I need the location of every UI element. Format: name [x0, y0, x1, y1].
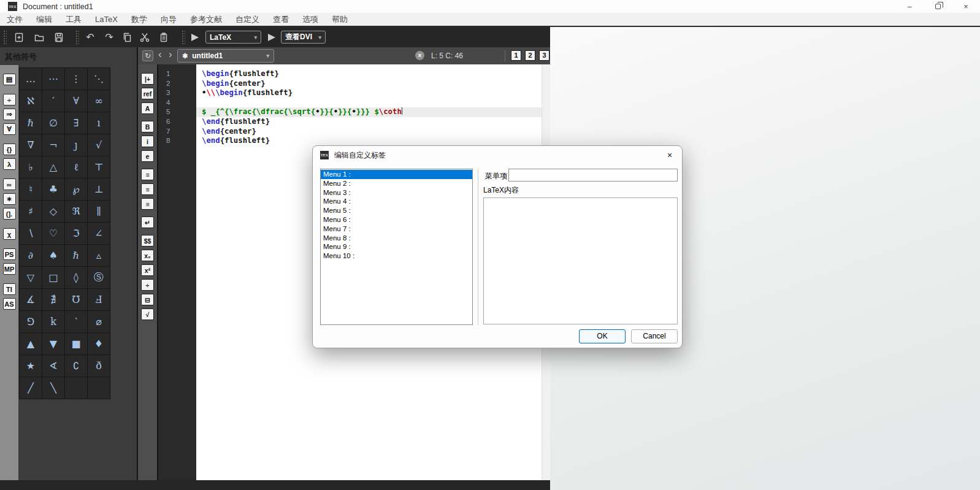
document-tab-select[interactable]: ✱ untitled1 ▾: [177, 49, 274, 63]
italic-icon[interactable]: i: [141, 136, 154, 147]
menu-slot-item[interactable]: Menu 3 :: [321, 188, 472, 197]
symbol-cell[interactable]: ∂: [20, 245, 42, 266]
symbol-cell[interactable]: ∡: [20, 289, 42, 310]
relation-symbols-icon[interactable]: ÷: [3, 94, 16, 105]
align-center-icon[interactable]: ≡: [141, 183, 154, 195]
symbol-cell[interactable]: ■: [65, 333, 87, 354]
metapost-icon[interactable]: MP: [3, 263, 16, 275]
symbol-cell[interactable]: ℵ: [20, 90, 42, 112]
open-file-button[interactable]: [31, 29, 47, 45]
symbol-cell[interactable]: ∁: [65, 355, 87, 377]
symbol-cell[interactable]: ⌀: [88, 311, 110, 332]
quick-view-button-1[interactable]: 1: [511, 50, 521, 61]
misc-math-icon[interactable]: ∀: [3, 123, 16, 135]
menu-item-7[interactable]: 参考文献: [183, 13, 229, 26]
symbol-cell[interactable]: ∢: [42, 355, 64, 377]
menu-slot-item[interactable]: Menu 2 :: [321, 179, 472, 188]
symbol-cell[interactable]: ▵: [88, 245, 110, 266]
symbol-cell[interactable]: ♠: [42, 245, 64, 266]
symbol-cell[interactable]: ¬: [42, 134, 64, 156]
toolbar-drag-handle[interactable]: [182, 30, 185, 45]
symbol-cell[interactable]: ℏ: [20, 112, 42, 134]
misc-symbols-icon[interactable]: ∞: [3, 178, 16, 190]
pstricks-icon[interactable]: PS: [3, 248, 16, 260]
symbol-cell[interactable]: ð: [88, 355, 110, 377]
tikz-icon[interactable]: TI: [3, 283, 16, 295]
menu-slot-item[interactable]: Menu 7 :: [321, 224, 472, 234]
symbol-cell[interactable]: ℓ: [65, 156, 87, 178]
symbol-cell[interactable]: ⅁: [20, 311, 42, 332]
symbol-cell[interactable]: ′: [42, 90, 64, 112]
menu-item-6[interactable]: 向导: [154, 13, 183, 26]
ref-icon[interactable]: ref: [141, 88, 154, 99]
menu-item-2[interactable]: 编辑: [29, 13, 59, 26]
menu-item-5[interactable]: 数学: [124, 13, 154, 26]
code-line[interactable]: 4: [158, 98, 550, 108]
asymptote-icon[interactable]: AS: [3, 298, 16, 310]
arrow-symbols-icon[interactable]: ⇒: [3, 109, 16, 120]
symbol-cell[interactable]: ı: [88, 112, 110, 134]
code-line[interactable]: 6\end{flushleft}: [158, 117, 550, 127]
symbol-cell[interactable]: ℏ: [65, 245, 87, 266]
symbol-cell[interactable]: ∀: [65, 90, 87, 112]
ok-button[interactable]: OK: [579, 329, 626, 343]
symbol-cell[interactable]: ℧: [65, 289, 87, 310]
restore-button[interactable]: [924, 0, 952, 13]
menu-item-8[interactable]: 自定义: [229, 13, 266, 26]
menu-slot-item[interactable]: Menu 5 :: [321, 206, 472, 215]
newline-icon[interactable]: ↵: [141, 216, 154, 228]
math-mode-icon[interactable]: $$: [141, 235, 154, 247]
symbol-cell[interactable]: ╲: [42, 377, 64, 399]
insert-label-icon[interactable]: |+: [141, 73, 154, 85]
superscript-icon[interactable]: x²: [141, 264, 154, 276]
symbol-cell[interactable]: ▼: [42, 333, 64, 354]
save-button[interactable]: [51, 29, 67, 45]
symbol-cell[interactable]: ★: [20, 355, 42, 377]
symbol-cell[interactable]: ▲: [20, 333, 42, 354]
structure-panel-icon[interactable]: ▤: [3, 74, 16, 85]
symbol-cell[interactable]: ℜ: [65, 201, 87, 222]
close-document-button[interactable]: ×: [415, 51, 424, 60]
bold-icon[interactable]: B: [141, 121, 154, 132]
menu-item-3[interactable]: 工具: [59, 13, 88, 26]
menu-slot-item[interactable]: Menu 9 :: [321, 242, 472, 251]
symbol-cell[interactable]: ℘: [65, 178, 87, 200]
delimiters-icon[interactable]: {}: [3, 144, 16, 155]
forward-button[interactable]: ›: [169, 48, 172, 61]
menu-slot-item[interactable]: Menu 10 :: [321, 251, 472, 261]
cut-button[interactable]: [137, 29, 153, 45]
menu-item-9[interactable]: 查看: [266, 13, 296, 26]
symbol-cell[interactable]: □: [42, 267, 64, 288]
symbol-cell[interactable]: ♣: [42, 178, 64, 200]
font-size-icon[interactable]: A: [141, 102, 154, 114]
symbol-cell[interactable]: ◇: [42, 201, 64, 222]
run-view-button[interactable]: [266, 31, 278, 44]
symbol-cell[interactable]: ∠: [88, 223, 110, 244]
symbol-cell[interactable]: ⋯: [42, 68, 64, 90]
dialog-title-bar[interactable]: TEX 编辑自定义标签: [313, 146, 682, 164]
symbol-cell[interactable]: ♡: [42, 223, 64, 244]
copy-button[interactable]: [119, 29, 135, 45]
code-line[interactable]: 5$ _{^{\frac{\dfrac{\sqrt{•}}{•}}{•}}} $…: [158, 107, 550, 117]
symbol-cell[interactable]: ╱: [20, 377, 42, 399]
dfrac-icon[interactable]: ⊟: [141, 294, 154, 305]
symbol-cell[interactable]: △: [42, 156, 64, 178]
symbol-cell[interactable]: Ⓢ: [88, 267, 110, 288]
symbol-cell[interactable]: …: [20, 68, 42, 90]
run-latex-button[interactable]: [189, 31, 201, 44]
menu-slot-item[interactable]: Menu 1 :: [321, 170, 472, 179]
minimize-button[interactable]: –: [895, 0, 924, 13]
menu-item-11[interactable]: 帮助: [325, 13, 354, 26]
view-command-select[interactable]: 查看DVI ▾: [281, 31, 326, 44]
undo-button[interactable]: ↶: [82, 29, 98, 45]
latex-content-textarea[interactable]: [483, 197, 678, 324]
code-line[interactable]: 7\end{center}: [158, 127, 550, 137]
symbol-cell[interactable]: ∄: [42, 289, 64, 310]
cancel-button[interactable]: Cancel: [631, 329, 678, 343]
menu-item-10[interactable]: 选项: [296, 13, 325, 26]
menu-slot-item[interactable]: Menu 6 :: [321, 215, 472, 224]
symbol-cell[interactable]: ◊: [65, 267, 87, 288]
symbol-cell[interactable]: ∇: [20, 134, 42, 156]
subscript-icon[interactable]: x₂: [141, 250, 154, 261]
symbol-cell[interactable]: ∖: [20, 223, 42, 244]
